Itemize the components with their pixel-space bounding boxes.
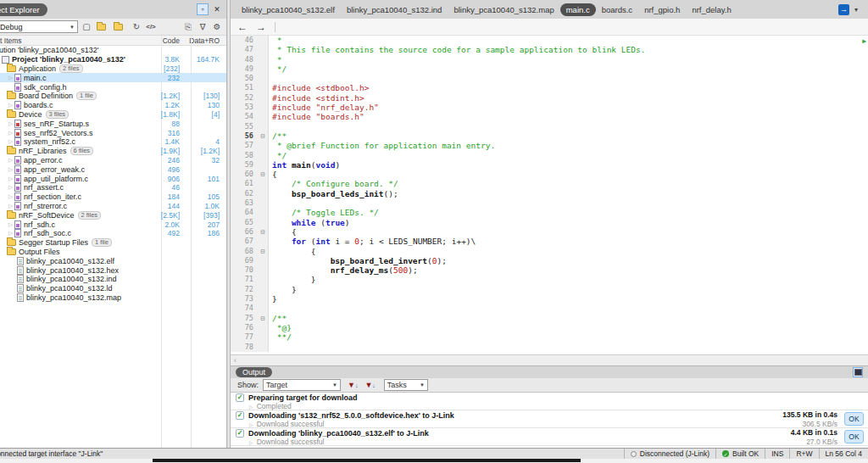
- code-line-63[interactable]: 63: [231, 198, 868, 208]
- expand-arrow-icon[interactable]: ▷: [7, 176, 14, 182]
- code-line-51[interactable]: 51#include <stdbool.h>: [231, 83, 868, 92]
- expand-arrow-icon[interactable]: ▷: [7, 157, 14, 164]
- tab-blinky-pca10040-s132-elf[interactable]: blinky_pca10040_s132.elf: [236, 3, 341, 16]
- paste-filter-icon[interactable]: ⎘: [182, 21, 194, 33]
- tree-item-nrf-assert-c[interactable]: ▷nrf_assert.c46: [0, 183, 226, 192]
- tab-main-c[interactable]: main.c: [560, 3, 596, 16]
- scroll-left-icon[interactable]: ‹: [234, 356, 236, 365]
- code-line-76[interactable]: 76 *@}: [231, 323, 868, 332]
- code-line-59[interactable]: 59int main(void): [231, 160, 868, 170]
- ok-button[interactable]: OK: [844, 412, 864, 426]
- tree-item-app-util-platform-c[interactable]: ▷app_util_platform.c906101: [0, 174, 226, 183]
- tree-item-system-nrf52-c[interactable]: ▷system_nrf52.c1.4K4: [0, 137, 226, 147]
- close-panel-icon[interactable]: ✕: [211, 3, 223, 15]
- code-line-77[interactable]: 77 **/: [231, 332, 868, 342]
- fold-collapse-icon[interactable]: ⊟: [258, 131, 269, 141]
- expand-arrow-icon[interactable]: ▷: [249, 404, 253, 410]
- refresh-icon[interactable]: ↻: [131, 21, 142, 33]
- tree-item-ses-nrf52-vectors-s[interactable]: ▷ses_nrf52_Vectors.s316: [0, 128, 226, 137]
- tab-boards-c[interactable]: boards.c: [596, 3, 638, 16]
- tasks-dropdown[interactable]: Tasks ▼: [384, 379, 428, 391]
- navigate-back-icon[interactable]: ←: [237, 21, 248, 33]
- expand-arrow-icon[interactable]: ▷: [7, 138, 14, 145]
- tree-item-blinky-pca10040-s132-hex[interactable]: blinky_pca10040_s132.hex: [0, 265, 226, 275]
- filter-warnings-icon[interactable]: ▼↓: [364, 381, 375, 389]
- float-panel-icon[interactable]: ▫: [197, 3, 209, 15]
- tree-item-app-error-weak-c[interactable]: ▷app_error_weak.c496: [0, 165, 226, 174]
- code-line-67[interactable]: 67 for (int i = 0; i < LEDS_NUMBER; i++)…: [231, 237, 868, 246]
- tree-item-blinky-pca10040-s132-map[interactable]: blinky_pca10040_s132.map: [0, 293, 226, 303]
- tree-item-nrf-softdevice[interactable]: nRF_SoftDevice2 files[2.5K][393]: [0, 210, 226, 220]
- expand-arrow-icon[interactable]: ▷: [7, 230, 14, 237]
- column-project-items[interactable]: Project Items: [0, 36, 102, 45]
- code-line-48[interactable]: 48 *: [231, 55, 868, 64]
- code-line-56[interactable]: 56⊟/**: [231, 131, 868, 141]
- tree-item-project-blinky-pca10040-s132[interactable]: Project 'blinky_pca10040_s132'3.8K164.7K: [0, 55, 226, 64]
- tree-item-nrf-sdh-c[interactable]: ▷nrf_sdh.c2.0K207: [0, 220, 226, 229]
- fold-collapse-icon[interactable]: ⊟: [258, 227, 269, 237]
- tab-blinky-pca10040-s132-map[interactable]: blinky_pca10040_s132.map: [448, 3, 559, 16]
- dock-panel-icon[interactable]: [853, 367, 863, 377]
- tree-item-device[interactable]: Device3 files[1.8K][4]: [0, 110, 226, 120]
- tree-item-segger-startup-files[interactable]: Segger Startup Files1 file: [0, 238, 226, 248]
- code-line-57[interactable]: 57 * @brief Function for application mai…: [231, 141, 868, 150]
- tree-item-app-error-c[interactable]: ▷app_error.c24632: [0, 156, 226, 165]
- tree-item-nrf-section-iter-c[interactable]: ▷nrf_section_iter.c184105: [0, 192, 226, 202]
- code-line-68[interactable]: 68⊟ {: [231, 247, 868, 256]
- tree-item-blinky-pca10040-s132-ld[interactable]: blinky_pca10040_s132.ld: [0, 284, 226, 293]
- expand-arrow-icon[interactable]: ▷: [7, 120, 14, 127]
- code-line-78[interactable]: 78: [231, 343, 868, 352]
- output-tab[interactable]: Output: [236, 367, 272, 377]
- column-data-ro[interactable]: Data+RO: [182, 36, 220, 45]
- code-line-62[interactable]: 62 bsp_board_leds_init();: [231, 189, 868, 198]
- tree-item-nrf-sdh-soc-c[interactable]: ▷nrf_sdh_soc.c492186: [0, 229, 226, 238]
- expand-arrow-icon[interactable]: ▷: [249, 421, 253, 427]
- tree-item-output-files[interactable]: Output Files: [0, 248, 226, 257]
- code-line-72[interactable]: 72 }: [231, 285, 868, 294]
- expand-arrow-icon[interactable]: ▷: [7, 193, 14, 200]
- code-line-75[interactable]: 75⊟/**: [231, 314, 868, 323]
- show-target-dropdown[interactable]: Target ▼: [263, 379, 341, 391]
- ok-button[interactable]: OK: [844, 430, 864, 443]
- code-line-55[interactable]: 55: [231, 122, 868, 131]
- expand-arrow-icon[interactable]: ▷: [7, 102, 14, 109]
- code-line-71[interactable]: 71 }: [231, 275, 868, 284]
- fold-collapse-icon[interactable]: ⊟: [258, 314, 269, 323]
- code-line-58[interactable]: 58 */: [231, 151, 868, 160]
- code-line-64[interactable]: 64 /* Toggle LEDs. */: [231, 208, 868, 217]
- expand-arrow-icon[interactable]: ▷: [7, 75, 14, 81]
- tree-item-nrf-libraries[interactable]: nRF_Libraries6 files[1.9K][1.2K]: [0, 147, 226, 156]
- code-line-69[interactable]: 69 bsp_board_led_invert(0);: [231, 256, 868, 265]
- code-line-54[interactable]: 54#include "boards.h": [231, 112, 868, 121]
- tree-item-blinky-pca10040-s132-ind[interactable]: blinky_pca10040_s132.ind: [0, 275, 226, 284]
- fold-collapse-icon[interactable]: ⊟: [258, 247, 269, 256]
- expand-arrow-icon[interactable]: ▷: [7, 166, 14, 173]
- status-insert-mode[interactable]: INS: [765, 449, 789, 459]
- code-line-74[interactable]: 74: [231, 304, 868, 313]
- tab-blinky-pca10040-s132-ind[interactable]: blinky_pca10040_s132.ind: [341, 3, 448, 16]
- gear-icon[interactable]: ⚙: [211, 21, 223, 33]
- tree-item-nrf-strerror-c[interactable]: ▷nrf_strerror.c1441.0K: [0, 202, 226, 211]
- goto-tab-icon[interactable]: →: [838, 4, 849, 15]
- tree-item-application[interactable]: Application2 files[232]: [0, 64, 226, 74]
- fold-collapse-icon[interactable]: ⊟: [258, 170, 269, 179]
- folder-properties-icon[interactable]: [114, 24, 123, 31]
- tree-item-ses-nrf-startup-s[interactable]: ▷ses_nRF_Startup.s88: [0, 119, 226, 128]
- tree-item-sdk-config-h[interactable]: sdk_config.h: [0, 82, 226, 92]
- tab-nrf-gpio-h[interactable]: nrf_gpio.h: [638, 3, 686, 16]
- tree-item-boards-c[interactable]: ▷boards.c1.2K130: [0, 101, 226, 110]
- expand-arrow-icon[interactable]: ▷: [7, 221, 14, 228]
- chevron-down-icon[interactable]: ▾: [854, 6, 858, 14]
- tab-nrf-delay-h[interactable]: nrf_delay.h: [686, 3, 737, 16]
- code-line-47[interactable]: 47 * This file contains the source code …: [231, 45, 868, 54]
- expand-arrow-icon[interactable]: ▷: [7, 130, 14, 137]
- code-line-61[interactable]: 61 /* Configure board. */: [231, 179, 868, 188]
- horizontal-scrollbar[interactable]: ‹: [231, 354, 868, 365]
- project-explorer-tab[interactable]: Project Explorer: [0, 3, 47, 16]
- filter-errors-icon[interactable]: ▼↓: [348, 381, 358, 389]
- code-line-66[interactable]: 66⊟ {: [231, 227, 868, 237]
- code-line-73[interactable]: 73}: [231, 294, 868, 304]
- code-line-70[interactable]: 70 nrf_delay_ms(500);: [231, 265, 868, 275]
- navigate-forward-icon[interactable]: →: [256, 21, 266, 33]
- build-configuration-dropdown[interactable]: Debug ▼: [0, 20, 78, 33]
